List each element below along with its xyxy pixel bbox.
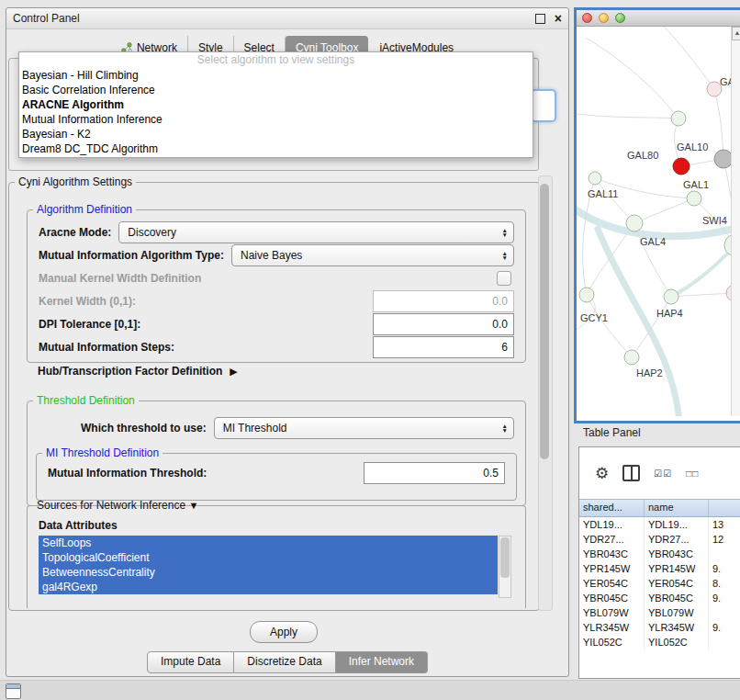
- mi-type-label: Mutual Information Algorithm Type:: [39, 249, 224, 262]
- algorithm-option-dream8-dc-tdc-algorithm[interactable]: Dream8 DC_TDC Algorithm: [19, 141, 533, 156]
- table-row[interactable]: YIL052CYIL052C: [579, 635, 740, 649]
- control-panel-titlebar: Control Panel ×: [6, 8, 568, 29]
- column-header-name[interactable]: name: [645, 500, 709, 516]
- network-node[interactable]: [626, 215, 643, 231]
- table-body: YDL19...YDL19...13YDR27...YDR27...12YBR0…: [579, 517, 740, 649]
- table-cell: YDR27...: [579, 532, 645, 547]
- table-cell: YBR043C: [645, 547, 709, 561]
- gear-icon: ⚙: [595, 466, 609, 481]
- minimize-traffic-light-icon[interactable]: [599, 13, 609, 23]
- close-icon[interactable]: ×: [555, 12, 562, 25]
- network-window-titlebar[interactable]: [577, 10, 740, 27]
- sources-group: Sources for Network Inference ▼ Data Att…: [27, 499, 526, 608]
- close-traffic-light-icon[interactable]: [582, 13, 592, 23]
- scrollbar-thumb[interactable]: [500, 537, 510, 578]
- aracne-mode-value: Discovery: [128, 226, 176, 239]
- table-cell: [709, 547, 740, 561]
- dpi-tolerance-field[interactable]: 0.0: [373, 313, 514, 335]
- hub-definition-toggle[interactable]: Hub/Transcription Factor Definition ▶: [38, 365, 238, 378]
- data-attributes-list[interactable]: SelfLoopsTopologicalCoefficientBetweenne…: [39, 536, 498, 596]
- network-node[interactable]: [664, 289, 678, 304]
- table-cell: YER054C: [579, 576, 645, 591]
- mi-type-row: Mutual Information Algorithm Type: Naive…: [28, 243, 525, 266]
- table-cell: YPR145W: [579, 561, 645, 576]
- network-edge: [586, 38, 678, 119]
- aracne-mode-select[interactable]: Discovery ▲▼: [118, 221, 514, 243]
- kernel-width-field[interactable]: 0.0: [373, 290, 514, 312]
- table-row[interactable]: YPR145WYPR145W9.: [579, 561, 740, 576]
- checked-boxes-icon: ☑☑: [654, 469, 672, 479]
- mi-threshold-legend: MI Threshold Definition: [42, 446, 163, 459]
- column-visibility-button[interactable]: [622, 465, 640, 481]
- hide-selected-button[interactable]: □□: [686, 469, 699, 479]
- data-attributes-list-wrap: SelfLoopsTopologicalCoefficientBetweenne…: [39, 536, 525, 598]
- table-cell: 9.: [709, 561, 740, 576]
- table-row[interactable]: YDL19...YDL19...13: [579, 517, 740, 532]
- algorithm-definition-legend: Algorithm Definition: [33, 203, 136, 216]
- network-node[interactable]: [714, 150, 733, 168]
- table-cell: YBL079W: [579, 605, 645, 620]
- network-node-label: GAL4: [640, 236, 666, 247]
- bottom-tab-impute-data[interactable]: Impute Data: [147, 651, 234, 673]
- apply-button[interactable]: Apply: [250, 621, 318, 643]
- mi-type-select[interactable]: Naive Bayes ▲▼: [231, 244, 514, 266]
- mi-steps-field[interactable]: 6: [373, 336, 514, 358]
- column-header-extra[interactable]: [709, 500, 740, 516]
- network-edge: [671, 293, 734, 297]
- column-header-shared[interactable]: shared...: [579, 500, 645, 516]
- data-attribute-item[interactable]: gal4RGexp: [39, 580, 498, 594]
- table-cell: YBL079W: [645, 605, 709, 620]
- sources-legend[interactable]: Sources for Network Inference ▼: [33, 499, 202, 512]
- data-attribute-item[interactable]: SelfLoops: [39, 536, 498, 550]
- mi-steps-label: Mutual Information Steps:: [39, 341, 174, 354]
- network-node[interactable]: [589, 172, 601, 185]
- table-cell: YBR045C: [645, 591, 709, 605]
- table-panel-window: ⚙☑☑□□ shared...name YDL19...YDL19...13YD…: [578, 446, 740, 679]
- algorithm-definition-group: Algorithm Definition Aracne Mode: Discov…: [27, 203, 526, 363]
- algorithm-option-aracne-algorithm[interactable]: ARACNE Algorithm: [19, 97, 533, 112]
- table-row[interactable]: YBR043CYBR043C: [579, 547, 740, 561]
- algorithm-dropdown-placeholder: Select algorithm to view settings: [19, 52, 533, 68]
- table-cell: 13: [709, 517, 740, 532]
- network-node[interactable]: [687, 191, 701, 206]
- table-cell: YDL19...: [579, 517, 645, 532]
- bottom-tab-infer-network[interactable]: Infer Network: [336, 651, 428, 673]
- network-canvas-svg[interactable]: GAL80GAL10GAL11GAL1SWI4GAL4GCY1HAP4HAP2G…: [577, 27, 740, 416]
- settings-vertical-scrollbar[interactable]: [538, 175, 553, 611]
- manual-kernel-checkbox[interactable]: [497, 271, 511, 286]
- algorithm-option-bayesian-k2[interactable]: Bayesian - K2: [19, 127, 533, 141]
- mi-threshold-field[interactable]: 0.5: [364, 462, 505, 484]
- table-cell: YIL052C: [645, 635, 709, 649]
- network-node[interactable]: [579, 288, 594, 302]
- which-threshold-value: MI Threshold: [223, 422, 287, 435]
- data-attribute-item[interactable]: TopologicalCoefficient: [39, 550, 498, 565]
- which-threshold-select[interactable]: MI Threshold ▲▼: [214, 417, 514, 439]
- data-attribute-item[interactable]: BetweennessCentrality: [39, 565, 498, 580]
- combo-arrows-icon: ▲▼: [502, 251, 508, 260]
- table-settings-button[interactable]: ⚙: [595, 466, 609, 481]
- network-node[interactable]: [671, 111, 686, 126]
- algorithm-option-basic-correlation-inference[interactable]: Basic Correlation Inference: [19, 83, 533, 97]
- table-row[interactable]: YDR27...YDR27...12: [579, 532, 740, 547]
- dock-panel-icon[interactable]: [6, 683, 21, 699]
- table-row[interactable]: YBL079WYBL079W: [579, 605, 740, 620]
- float-window-icon[interactable]: [535, 14, 545, 24]
- show-selected-button[interactable]: ☑☑: [654, 469, 672, 479]
- algorithm-option-mutual-information-inference[interactable]: Mutual Information Inference: [19, 112, 533, 127]
- scrollbar-thumb[interactable]: [540, 184, 549, 459]
- mi-threshold-group: MI Threshold Definition Mutual Informati…: [36, 446, 517, 501]
- network-node[interactable]: [624, 350, 639, 365]
- table-row[interactable]: YER054CYER054C8.: [579, 576, 740, 591]
- attributes-list-scrollbar[interactable]: [499, 536, 511, 598]
- network-vertical-scrollbar[interactable]: ▲: [731, 27, 740, 416]
- algorithm-dropdown-popup: Select algorithm to view settingsBayesia…: [18, 51, 533, 158]
- network-canvas[interactable]: GAL80GAL10GAL11GAL1SWI4GAL4GCY1HAP4HAP2G…: [577, 27, 740, 416]
- bottom-tab-discretize-data[interactable]: Discretize Data: [234, 651, 335, 673]
- scroll-up-button[interactable]: ▲: [732, 27, 740, 40]
- network-edge: [664, 27, 714, 89]
- network-node[interactable]: [673, 158, 690, 175]
- table-row[interactable]: YLR345WYLR345W9.: [579, 620, 740, 635]
- algorithm-option-bayesian-hill-climbing[interactable]: Bayesian - Hill Climbing: [19, 68, 533, 83]
- table-row[interactable]: YBR045CYBR045C9.: [579, 591, 740, 605]
- zoom-traffic-light-icon[interactable]: [615, 13, 625, 23]
